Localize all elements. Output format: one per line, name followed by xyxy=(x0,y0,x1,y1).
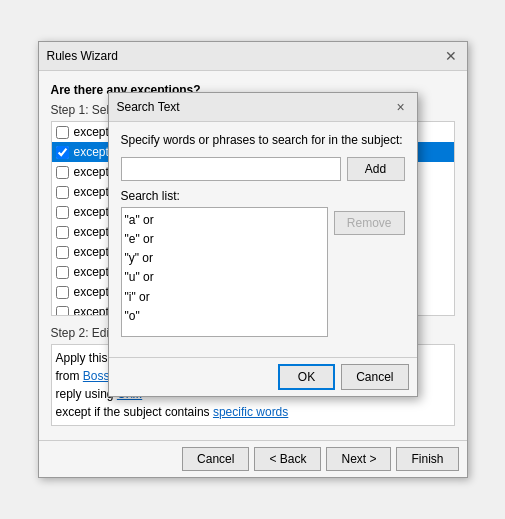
search-text-title: Search Text xyxy=(117,100,180,114)
search-list-item[interactable]: "o" xyxy=(125,307,324,326)
search-list-item[interactable]: "i" or xyxy=(125,288,324,307)
search-list-item[interactable]: "e" or xyxy=(125,230,324,249)
input-row: Add xyxy=(121,157,405,181)
dialog-cancel-button[interactable]: Cancel xyxy=(341,364,408,390)
search-list-label: Search list: xyxy=(121,189,405,203)
ok-button[interactable]: OK xyxy=(278,364,335,390)
rules-wizard-window: Rules Wizard ✕ Are there any exceptions?… xyxy=(38,41,468,478)
dialog-footer: OK Cancel xyxy=(109,357,417,396)
search-text-dialog: Search Text × Specify words or phrases t… xyxy=(108,92,418,397)
search-list[interactable]: "a" or "e" or "y" or "u" or "i" or "o" xyxy=(121,207,328,337)
search-text-titlebar: Search Text × xyxy=(109,93,417,122)
remove-button[interactable]: Remove xyxy=(334,211,405,235)
add-button[interactable]: Add xyxy=(347,157,405,181)
search-list-buttons: Remove xyxy=(334,207,405,337)
search-list-item[interactable]: "u" or xyxy=(125,268,324,287)
dialog-instruction: Specify words or phrases to search for i… xyxy=(121,132,405,149)
search-text-body: Specify words or phrases to search for i… xyxy=(109,122,417,357)
search-phrase-input[interactable] xyxy=(121,157,341,181)
search-text-close-button[interactable]: × xyxy=(393,99,409,115)
search-list-item[interactable]: "y" or xyxy=(125,249,324,268)
dialog-overlay: Search Text × Specify words or phrases t… xyxy=(39,42,467,477)
search-list-item[interactable]: "a" or xyxy=(125,211,324,230)
search-list-container: "a" or "e" or "y" or "u" or "i" or "o" R… xyxy=(121,207,405,337)
